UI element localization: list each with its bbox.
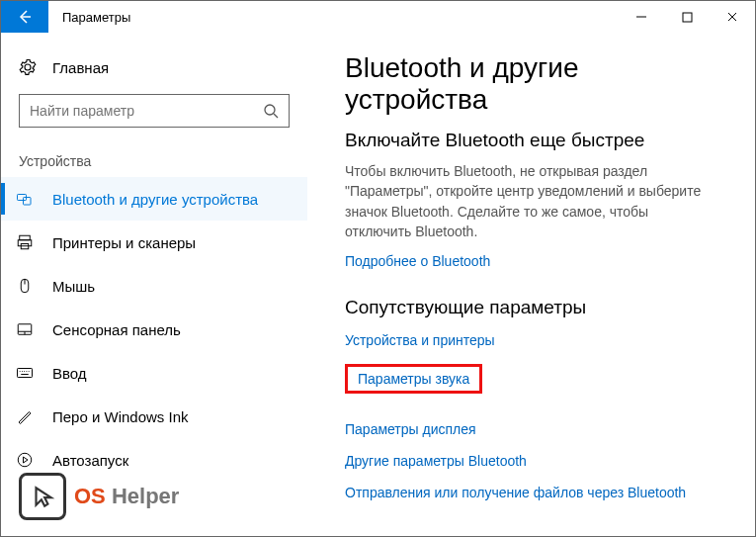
- maximize-button[interactable]: [664, 1, 710, 33]
- sidebar-item-label: Bluetooth и другие устройства: [52, 191, 258, 208]
- pen-icon: [15, 407, 35, 425]
- sidebar-item-label: Ввод: [52, 365, 87, 382]
- link-sound-settings[interactable]: Параметры звука: [358, 371, 469, 387]
- sidebar-item-autoplay[interactable]: Автозапуск: [1, 438, 307, 482]
- arrow-left-icon: [17, 9, 33, 25]
- minimize-icon: [635, 11, 647, 23]
- gear-icon: [19, 58, 37, 76]
- body-text: Чтобы включить Bluetooth, не открывая ра…: [345, 161, 711, 241]
- sidebar-item-label: Мышь: [52, 278, 95, 295]
- link-more-bluetooth[interactable]: Другие параметры Bluetooth: [345, 453, 725, 469]
- link-devices-printers[interactable]: Устройства и принтеры: [345, 332, 725, 348]
- search-input[interactable]: [30, 103, 263, 119]
- sidebar-item-bluetooth[interactable]: Bluetooth и другие устройства: [1, 177, 307, 221]
- minimize-button[interactable]: [619, 1, 664, 33]
- window-title: Параметры: [48, 10, 130, 25]
- sub-heading: Включайте Bluetooth еще быстрее: [345, 130, 725, 151]
- sidebar: Главная Устройства Bluetooth и другие ус…: [1, 33, 307, 536]
- close-icon: [726, 11, 738, 23]
- autoplay-icon: [15, 451, 35, 469]
- page-title: Bluetooth и другие устройства: [345, 52, 725, 116]
- sidebar-item-label: Перо и Windows Ink: [52, 408, 189, 425]
- main-panel: Bluetooth и другие устройства Включайте …: [307, 33, 755, 536]
- maximize-icon: [682, 12, 693, 23]
- touchpad-icon: [15, 320, 35, 338]
- search-box[interactable]: [19, 94, 290, 128]
- sidebar-item-label: Автозапуск: [52, 452, 128, 469]
- sidebar-item-label: Сенсорная панель: [52, 321, 181, 338]
- link-send-receive-files[interactable]: Отправления или получение файлов через B…: [345, 485, 725, 500]
- bluetooth-devices-icon: [15, 190, 35, 208]
- sidebar-item-typing[interactable]: Ввод: [1, 351, 307, 395]
- svg-rect-4: [20, 235, 31, 240]
- learn-more-link[interactable]: Подробнее о Bluetooth: [345, 253, 725, 269]
- close-button[interactable]: [710, 1, 755, 33]
- search-icon: [263, 103, 279, 119]
- sidebar-item-pen[interactable]: Перо и Windows Ink: [1, 395, 307, 438]
- back-button[interactable]: [1, 1, 48, 33]
- window-controls: [619, 1, 755, 33]
- highlight-box: Параметры звука: [345, 364, 482, 394]
- titlebar: Параметры: [1, 1, 755, 33]
- svg-point-10: [18, 453, 32, 467]
- keyboard-icon: [15, 364, 35, 382]
- printer-icon: [15, 233, 35, 251]
- home-nav[interactable]: Главная: [1, 52, 307, 90]
- svg-point-1: [265, 105, 275, 115]
- sidebar-item-printers[interactable]: Принтеры и сканеры: [1, 221, 307, 264]
- sidebar-item-touchpad[interactable]: Сенсорная панель: [1, 308, 307, 351]
- link-display-settings[interactable]: Параметры дисплея: [345, 421, 725, 437]
- svg-rect-3: [24, 198, 32, 206]
- mouse-icon: [15, 277, 35, 295]
- sidebar-item-label: Принтеры и сканеры: [52, 234, 196, 251]
- related-heading: Сопутствующие параметры: [345, 297, 725, 318]
- home-label: Главная: [52, 59, 109, 76]
- svg-rect-0: [683, 13, 692, 22]
- sidebar-section-label: Устройства: [1, 145, 307, 177]
- sidebar-item-mouse[interactable]: Мышь: [1, 264, 307, 308]
- svg-rect-9: [18, 369, 33, 378]
- svg-rect-5: [18, 240, 32, 246]
